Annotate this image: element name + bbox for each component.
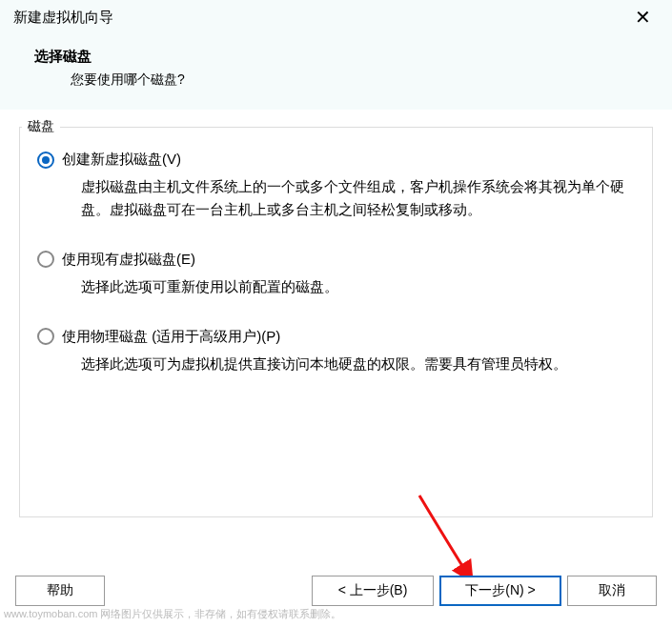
back-button[interactable]: < 上一步(B) xyxy=(312,576,434,606)
cancel-button[interactable]: 取消 xyxy=(567,576,657,606)
option-label: 使用物理磁盘 (适用于高级用户)(P) xyxy=(62,328,280,346)
option-description: 选择此选项可为虚拟机提供直接访问本地硬盘的权限。需要具有管理员特权。 xyxy=(37,354,635,376)
radio-icon[interactable] xyxy=(37,251,54,268)
option-create-new-disk[interactable]: 创建新虚拟磁盘(V) 虚拟磁盘由主机文件系统上的一个或多个文件组成，客户机操作系… xyxy=(37,151,635,222)
radio-icon[interactable] xyxy=(37,152,54,169)
option-label: 创建新虚拟磁盘(V) xyxy=(62,151,181,169)
option-description: 选择此选项可重新使用以前配置的磁盘。 xyxy=(37,276,635,299)
watermark-text: www.toymoban.com 网络图片仅供展示，非存储，如有侵权请联系删除。 xyxy=(4,607,341,621)
next-button[interactable]: 下一步(N) > xyxy=(439,576,561,606)
page-heading: 选择磁盘 xyxy=(34,48,638,66)
close-icon[interactable]: ✕ xyxy=(627,4,659,30)
disk-fieldset: 磁盘 创建新虚拟磁盘(V) 虚拟磁盘由主机文件系统上的一个或多个文件组成，客户机… xyxy=(19,127,653,517)
window-title: 新建虚拟机向导 xyxy=(13,9,113,27)
option-use-physical-disk[interactable]: 使用物理磁盘 (适用于高级用户)(P) 选择此选项可为虚拟机提供直接访问本地硬盘… xyxy=(37,328,635,376)
page-subheading: 您要使用哪个磁盘? xyxy=(34,71,638,89)
option-use-existing-disk[interactable]: 使用现有虚拟磁盘(E) 选择此选项可重新使用以前配置的磁盘。 xyxy=(37,251,635,299)
fieldset-legend: 磁盘 xyxy=(22,118,60,135)
radio-icon[interactable] xyxy=(37,328,54,345)
option-description: 虚拟磁盘由主机文件系统上的一个或多个文件组成，客户机操作系统会将其视为单个硬盘。… xyxy=(37,176,635,222)
help-button[interactable]: 帮助 xyxy=(15,576,105,606)
option-label: 使用现有虚拟磁盘(E) xyxy=(62,251,195,269)
